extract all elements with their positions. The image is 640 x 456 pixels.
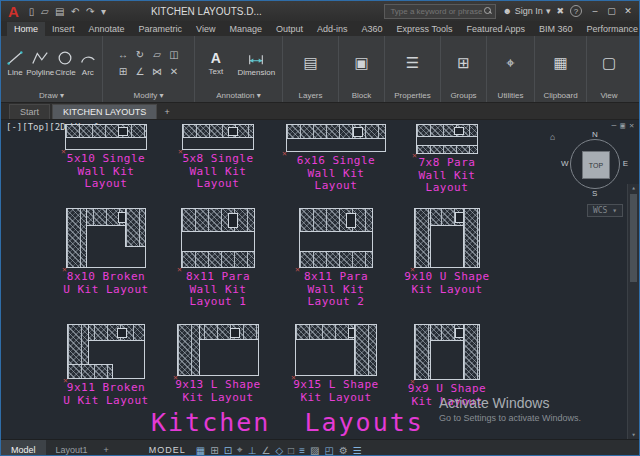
layout-label[interactable]: 7x8 Para Wall Kit Layout (419, 157, 476, 195)
rotate-icon[interactable]: ↻ (136, 49, 144, 60)
mirror-icon[interactable]: ∠ (136, 66, 145, 77)
utilities-panel-label[interactable]: Utilities (487, 89, 534, 102)
tab-performance[interactable]: Performance (579, 22, 640, 36)
save-icon[interactable]: ▤ (55, 6, 64, 17)
copy-icon[interactable]: ⊞ (119, 66, 127, 77)
sign-in-button[interactable]: ☻ Sign In ▾ (502, 6, 550, 16)
layout-thumbnail[interactable] (67, 324, 145, 379)
tab-home[interactable]: Home (7, 22, 45, 36)
viewport-maximize-icon[interactable]: ▣ (620, 121, 625, 130)
layout-thumbnail[interactable] (414, 324, 480, 380)
dimension-button[interactable]: Dimension (235, 49, 278, 77)
block-icon[interactable]: ▣ (354, 54, 368, 72)
new-layout-button[interactable]: + (98, 445, 115, 455)
viewport-minimize-icon[interactable]: – (612, 121, 617, 130)
tab-a360[interactable]: A360 (355, 22, 390, 36)
move-icon[interactable]: ↔ (118, 49, 128, 60)
layers-panel-label[interactable]: Layers (283, 89, 338, 102)
layout-label[interactable]: 5x10 Single Wall Kit Layout (67, 153, 145, 191)
layout-label[interactable]: 8x11 Para Wall Kit Layout 2 (304, 271, 368, 309)
workspace-settings-icon[interactable]: ⚙ (339, 445, 348, 456)
viewcube-south[interactable]: S (592, 189, 597, 198)
view-icon[interactable]: ▢ (602, 54, 616, 72)
tab-bim-360[interactable]: BIM 360 (532, 22, 580, 36)
viewcube-east[interactable]: E (623, 159, 628, 168)
layout-thumbnail[interactable] (286, 124, 386, 152)
groups-icon[interactable]: ⊞ (457, 54, 470, 72)
modify-panel-label[interactable]: Modify ▾ (103, 89, 194, 102)
tab-insert[interactable]: Insert (45, 22, 82, 36)
utilities-icon[interactable]: ⌖ (506, 54, 514, 72)
scroll-up-icon[interactable]: ▴ (631, 184, 635, 192)
vertical-scrollbar[interactable]: ▴ ▾ (627, 184, 639, 439)
layout-label[interactable]: 8x10 Broken U Kit Layout (63, 271, 148, 296)
layout-thumbnail[interactable] (299, 208, 373, 268)
layout-thumbnail[interactable] (181, 208, 255, 268)
viewcube-top-face[interactable]: TOP (582, 151, 610, 179)
drawing-title-text[interactable]: Kitchen Layouts (151, 408, 424, 437)
app-menu-button[interactable]: A (5, 4, 22, 19)
search-icon[interactable] (484, 7, 492, 15)
properties-icon[interactable]: ☰ (406, 54, 419, 72)
layout-label[interactable]: 9x15 L Shape Kit Layout (293, 379, 378, 404)
tab-parametric[interactable]: Parametric (132, 22, 190, 36)
customization-icon[interactable]: ☰ (353, 445, 362, 456)
snap-icon[interactable]: ⊞ (210, 445, 218, 456)
layout-thumbnail[interactable] (414, 208, 480, 268)
drawing-canvas[interactable]: [-][Top][2D Wirefra – ▣ ✕ ⌂ N S E W TOP … (1, 120, 639, 439)
viewcube-north[interactable]: N (592, 130, 598, 139)
stretch-icon[interactable]: ⋈ (152, 66, 162, 77)
view-panel-label[interactable]: View (587, 89, 631, 102)
scrollbar-thumb[interactable] (630, 194, 637, 282)
exchange-apps-icon[interactable]: ✖ (556, 6, 564, 16)
layout-thumbnail[interactable] (295, 324, 377, 376)
layout-label[interactable]: 8x11 Para Wall Kit Layout 1 (186, 271, 250, 309)
viewport-close-icon[interactable]: ✕ (629, 121, 634, 130)
close-icon[interactable]: ✕ (621, 6, 635, 16)
tab-express-tools[interactable]: Express Tools (390, 22, 460, 36)
ortho-icon[interactable]: ⊥ (248, 445, 257, 456)
tab-manage[interactable]: Manage (222, 22, 269, 36)
layout-label[interactable]: 9x10 U Shape Kit Layout (404, 271, 489, 296)
tab-add-ins[interactable]: Add-ins (310, 22, 355, 36)
wcs-selector[interactable]: WCS ▾ (587, 204, 623, 217)
osnap-icon[interactable]: □ (288, 445, 294, 456)
properties-panel-label[interactable]: Properties (385, 89, 440, 102)
maximize-icon[interactable]: ▢ (604, 6, 618, 16)
layout-label[interactable]: 6x16 Single Wall Kit Layout (297, 155, 375, 193)
clipboard-icon[interactable]: ▦ (553, 54, 567, 72)
model-space-badge[interactable]: MODEL (149, 445, 186, 455)
open-icon[interactable]: ▱ (41, 6, 49, 17)
transparency-icon[interactable]: ▨ (310, 445, 319, 456)
clipboard-panel-label[interactable]: Clipboard (535, 89, 586, 102)
layout-thumbnail[interactable] (177, 324, 259, 376)
circle-button[interactable]: Circle (55, 49, 75, 77)
draw-panel-label[interactable]: Draw ▾ (1, 89, 102, 102)
layout-thumbnail[interactable] (66, 208, 146, 268)
layout-thumbnail[interactable] (416, 124, 478, 154)
new-icon[interactable]: ▯ (29, 6, 35, 17)
block-panel-label[interactable]: Block (339, 89, 384, 102)
polar-tracking-icon[interactable]: ∠ (261, 445, 270, 456)
model-tab[interactable]: Model (1, 440, 46, 456)
explode-icon[interactable]: ✕ (170, 66, 178, 77)
redo-icon[interactable]: ↷ (86, 6, 94, 17)
tab-view[interactable]: View (189, 22, 222, 36)
tab-featured-apps[interactable]: Featured Apps (459, 22, 532, 36)
layers-icon[interactable]: ▤ (303, 54, 317, 72)
layout-thumbnail[interactable] (182, 124, 254, 150)
selection-cycling-icon[interactable]: ◰ (324, 445, 333, 456)
groups-panel-label[interactable]: Groups (441, 89, 486, 102)
layout1-tab[interactable]: Layout1 (46, 440, 98, 456)
dynamic-input-icon[interactable]: ⌖ (237, 444, 243, 456)
isodraft-icon[interactable]: ◇ (275, 445, 283, 456)
layout-label[interactable]: 9x13 L Shape Kit Layout (175, 379, 260, 404)
undo-icon[interactable]: ↶ (71, 6, 79, 17)
polyline-button[interactable]: Polyline (27, 49, 53, 77)
erase-icon[interactable]: ◫ (169, 49, 178, 60)
layout-thumbnail[interactable] (65, 124, 147, 150)
viewcube-home-icon[interactable]: ⌂ (550, 132, 555, 142)
qat-caret-icon[interactable]: ▾ (101, 6, 106, 17)
tab-annotate[interactable]: Annotate (82, 22, 132, 36)
lineweight-icon[interactable]: ≡ (299, 445, 305, 456)
